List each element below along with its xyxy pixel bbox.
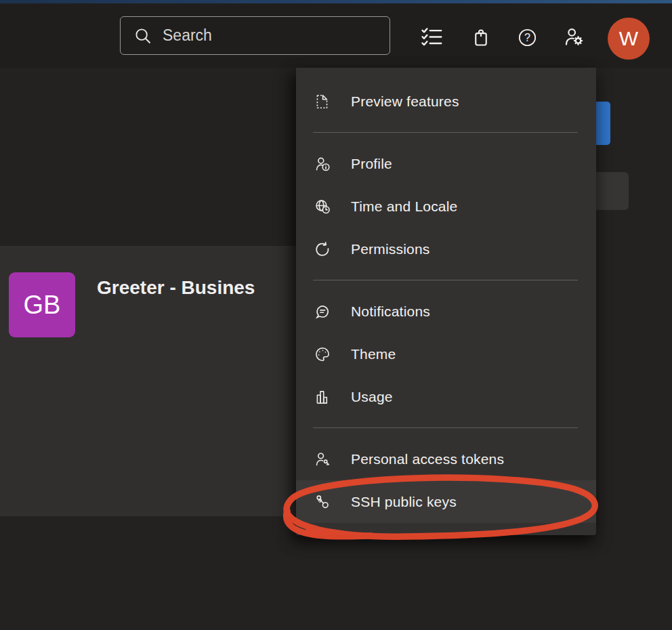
menu-item-ssh-public-keys[interactable]: SSH public keys — [296, 480, 596, 523]
menu-item-label: Theme — [351, 346, 396, 362]
marketplace-button[interactable] — [465, 21, 497, 54]
menu-item-label: Notifications — [351, 303, 430, 320]
time-and-locale-icon — [314, 198, 331, 215]
user-settings-menu: Preview features Profile Time and — [296, 68, 596, 535]
avatar[interactable]: W — [608, 18, 650, 60]
search-input[interactable] — [153, 17, 390, 54]
svg-text:?: ? — [524, 31, 530, 43]
menu-item-label: Time and Locale — [351, 198, 457, 215]
work-items-button[interactable] — [415, 21, 448, 54]
menu-divider — [313, 427, 578, 428]
ssh-public-keys-icon — [314, 493, 331, 511]
menu-item-profile[interactable]: Profile — [296, 142, 596, 185]
project-title[interactable]: Greeter - Busines — [97, 273, 296, 303]
filter-box-fragment[interactable] — [596, 172, 629, 210]
usage-icon — [314, 388, 331, 406]
permissions-icon — [314, 240, 331, 258]
user-settings-button[interactable] — [558, 21, 590, 54]
menu-item-permissions[interactable]: Permissions — [296, 228, 596, 270]
menu-item-personal-access-tokens[interactable]: Personal access tokens — [296, 438, 596, 480]
profile-icon — [314, 155, 331, 173]
menu-item-usage[interactable]: Usage — [296, 375, 596, 418]
tasklist-icon — [419, 25, 444, 49]
new-project-button-fragment[interactable] — [596, 102, 610, 145]
theme-icon — [314, 345, 331, 363]
search-icon — [133, 26, 153, 46]
preview-features-icon — [314, 93, 331, 110]
menu-item-label: Personal access tokens — [351, 451, 504, 467]
help-icon: ? — [517, 27, 538, 48]
top-navigation-bar: ? W — [0, 3, 672, 68]
help-button[interactable]: ? — [511, 21, 543, 54]
menu-divider — [313, 280, 578, 280]
menu-item-label: Usage — [351, 389, 393, 405]
menu-divider — [313, 132, 578, 133]
menu-item-label: Preview features — [351, 93, 459, 110]
notifications-icon — [314, 303, 331, 320]
project-avatar[interactable]: GB — [9, 272, 75, 337]
menu-item-notifications[interactable]: Notifications — [296, 290, 596, 333]
menu-item-preview-features[interactable]: Preview features — [296, 80, 596, 123]
marketplace-bag-icon — [470, 26, 492, 48]
menu-item-time-and-locale[interactable]: Time and Locale — [296, 185, 596, 228]
personal-access-tokens-icon — [314, 450, 331, 468]
app-window: ? W GB Gre — [0, 0, 672, 630]
menu-item-label: Profile — [351, 156, 392, 172]
user-settings-gear-icon — [562, 26, 585, 49]
menu-item-label: Permissions — [351, 241, 430, 257]
menu-item-theme[interactable]: Theme — [296, 333, 596, 375]
menu-item-label: SSH public keys — [351, 494, 457, 510]
search-box — [120, 16, 390, 55]
